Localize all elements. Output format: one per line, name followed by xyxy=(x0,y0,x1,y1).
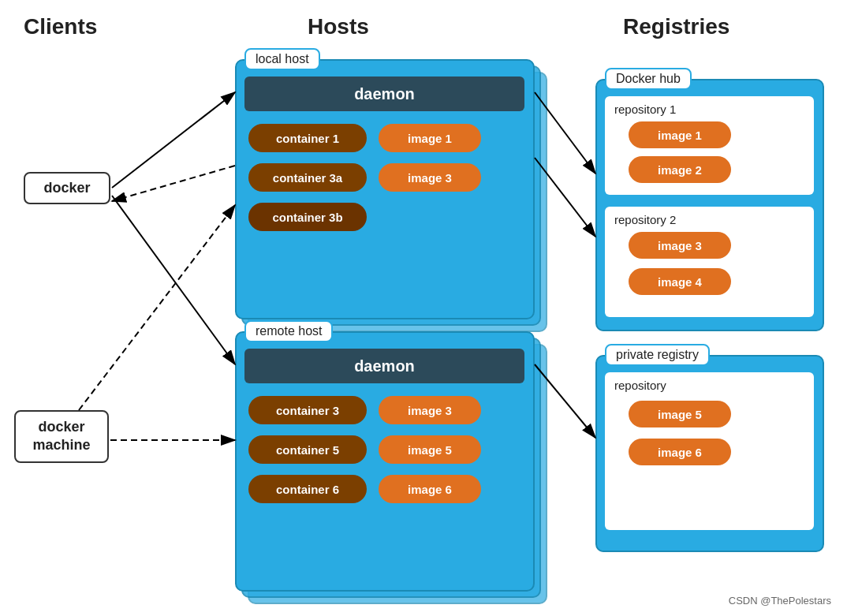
local-image-3: image 3 xyxy=(379,163,481,192)
remote-host-label: remote host xyxy=(244,320,333,342)
docker-hub-label: Docker hub xyxy=(605,68,692,90)
local-container-3a: container 3a xyxy=(248,163,367,192)
repo2-box: repository 2 image 3 image 4 xyxy=(605,207,814,317)
remote-image-6: image 6 xyxy=(379,475,481,503)
clients-header: Clients xyxy=(24,14,97,39)
repo1-box: repository 1 image 1 image 2 xyxy=(605,96,814,195)
docker-client: docker xyxy=(24,172,110,204)
repo2-image3: image 3 xyxy=(629,232,731,259)
remote-host-daemon: daemon xyxy=(244,349,524,383)
private-registry-outer: private registry repository image 5 imag… xyxy=(595,355,824,552)
local-container-3b: container 3b xyxy=(248,203,367,231)
local-container-1: container 1 xyxy=(248,124,367,152)
local-host-daemon: daemon xyxy=(244,77,524,111)
repo1-image1: image 1 xyxy=(629,121,731,148)
repo1-image2: image 2 xyxy=(629,156,731,183)
remote-container-3: container 3 xyxy=(248,396,367,424)
private-repo-box: repository image 5 image 6 xyxy=(605,372,814,530)
local-host-label: local host xyxy=(244,48,320,70)
diagram-container: Clients Hosts Registries docker dockerma… xyxy=(0,0,847,616)
svg-line-2 xyxy=(112,92,235,188)
remote-image-5: image 5 xyxy=(379,435,481,464)
svg-line-6 xyxy=(79,205,235,410)
registries-header: Registries xyxy=(623,14,729,39)
private-image5: image 5 xyxy=(629,401,731,427)
docker-hub-outer: Docker hub repository 1 image 1 image 2 … xyxy=(595,79,824,331)
private-repo-label: repository xyxy=(614,379,666,392)
svg-line-5 xyxy=(112,166,235,201)
local-image-1: image 1 xyxy=(379,124,481,152)
remote-container-6: container 6 xyxy=(248,475,367,503)
watermark: CSDN @ThePolestars xyxy=(729,595,831,607)
repo2-label: repository 2 xyxy=(614,213,676,226)
private-image6: image 6 xyxy=(629,439,731,465)
remote-image-3: image 3 xyxy=(379,396,481,424)
repo1-label: repository 1 xyxy=(614,103,676,116)
remote-container-5: container 5 xyxy=(248,435,367,464)
private-registry-label: private registry xyxy=(605,344,710,366)
repo2-image4: image 4 xyxy=(629,268,731,295)
svg-line-3 xyxy=(112,196,235,364)
docker-machine-client: dockermachine xyxy=(14,410,109,463)
remote-host-main: remote host daemon container 3 image 3 c… xyxy=(235,331,535,592)
local-host-main: local host daemon container 1 image 1 co… xyxy=(235,59,535,319)
hosts-header: Hosts xyxy=(308,14,369,39)
